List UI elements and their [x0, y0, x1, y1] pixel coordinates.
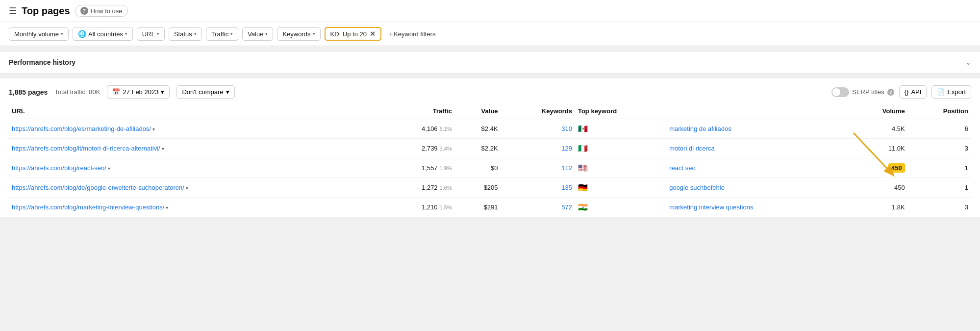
position-value: 6	[965, 125, 968, 132]
top-keyword-cell: marketing interview questions	[666, 198, 850, 217]
country-flag-icon: 🇺🇸	[578, 164, 588, 172]
traffic-pct: 1.5%	[440, 204, 452, 210]
traffic-value: 1,557	[422, 164, 438, 172]
monthly-volume-filter[interactable]: Monthly volume ▾	[9, 27, 69, 41]
globe-icon: 🌐	[78, 30, 86, 38]
traffic-value: 1,210	[422, 204, 438, 211]
flag-cell: 🇮🇹	[575, 139, 666, 158]
col-traffic: Traffic	[381, 103, 454, 119]
export-button[interactable]: 📄 Export	[931, 85, 971, 99]
keywords-count-link[interactable]: 135	[561, 184, 572, 191]
dropdown-arrow-icon: ▾	[230, 31, 233, 36]
row-dropdown-arrow-icon[interactable]: ▾	[108, 166, 110, 171]
volume-cell: 450	[850, 158, 907, 178]
table-row: https://ahrefs.com/blog/marketing-interv…	[9, 198, 971, 217]
url-filter[interactable]: URL ▾	[137, 27, 165, 41]
how-to-use-button[interactable]: ? How to use	[75, 5, 128, 17]
all-countries-label: All countries	[88, 30, 123, 38]
page-title: Top pages	[22, 5, 70, 17]
value-amount: $205	[484, 184, 498, 191]
all-countries-filter[interactable]: 🌐 All countries ▾	[73, 27, 133, 41]
date-label: 27 Feb 2023	[123, 88, 158, 96]
top-keyword-link[interactable]: marketing de afiliados	[669, 125, 731, 132]
keywords-count-link[interactable]: 310	[561, 125, 572, 132]
keywords-cell: 572	[501, 198, 575, 217]
flag-cell: 🇮🇳	[575, 198, 666, 217]
url-link[interactable]: https://ahrefs.com/blog/it/motori-di-ric…	[12, 145, 160, 152]
value-label: Value	[248, 30, 263, 38]
position-cell: 6	[908, 119, 971, 139]
monthly-volume-label: Monthly volume	[14, 30, 59, 38]
keywords-count-link[interactable]: 129	[561, 145, 572, 152]
volume-value: 11.0K	[888, 145, 905, 152]
keywords-cell: 310	[501, 119, 575, 139]
position-value: 3	[965, 204, 968, 211]
dropdown-arrow-icon: ▾	[265, 31, 268, 36]
right-controls: SERP titles ? {} API 📄 Export	[831, 85, 971, 99]
url-cell: https://ahrefs.com/blog/de/google-erweit…	[9, 178, 381, 198]
traffic-value: 2,739	[422, 145, 438, 152]
performance-history-section[interactable]: Performance history ⌄	[0, 51, 980, 74]
toggle-switch[interactable]	[831, 87, 849, 97]
col-volume: Volume	[850, 103, 907, 119]
position-cell: 3	[908, 198, 971, 217]
traffic-value: 1,272	[422, 184, 438, 191]
add-keyword-filters-button[interactable]: + Keyword filters	[385, 28, 438, 40]
value-cell: $2.2K	[455, 139, 501, 158]
url-link[interactable]: https://ahrefs.com/blog/es/marketing-de-…	[12, 125, 151, 132]
compare-label: Don't compare	[182, 88, 223, 96]
volume-cell: 450	[850, 178, 907, 198]
url-link[interactable]: https://ahrefs.com/blog/de/google-erweit…	[12, 184, 184, 191]
api-button[interactable]: {} API	[899, 85, 927, 99]
calendar-icon: 📅	[112, 88, 120, 96]
traffic-cell: 1,5571.9%	[381, 158, 454, 178]
filter-bar: Monthly volume ▾ 🌐 All countries ▾ URL ▾…	[0, 22, 980, 46]
top-keyword-link[interactable]: react seo	[669, 164, 695, 172]
row-dropdown-arrow-icon[interactable]: ▾	[166, 205, 168, 210]
col-top-keyword: Top keyword	[575, 103, 666, 119]
traffic-pct: 1.6%	[440, 185, 452, 191]
dropdown-arrow-icon: ▾	[61, 31, 63, 36]
serp-help-icon[interactable]: ?	[887, 89, 894, 96]
row-dropdown-arrow-icon[interactable]: ▾	[162, 146, 164, 152]
traffic-cell: 1,2101.5%	[381, 198, 454, 217]
col-url: URL	[9, 103, 381, 119]
top-keyword-cell: react seo	[666, 158, 850, 178]
export-label: Export	[947, 88, 966, 96]
url-link[interactable]: https://ahrefs.com/blog/react-seo/	[12, 164, 106, 172]
keywords-count-link[interactable]: 112	[561, 164, 572, 172]
value-filter[interactable]: Value ▾	[242, 27, 273, 41]
top-keyword-link[interactable]: marketing interview questions	[669, 204, 753, 211]
url-link[interactable]: https://ahrefs.com/blog/marketing-interv…	[12, 204, 164, 211]
remove-kd-filter-button[interactable]: ✕	[370, 30, 376, 38]
country-flag-icon: 🇲🇽	[578, 125, 588, 133]
country-flag-icon: 🇮🇹	[578, 144, 588, 153]
traffic-pct: 5.1%	[440, 126, 452, 132]
top-keyword-link[interactable]: google suchbefehle	[669, 184, 725, 191]
top-keyword-link[interactable]: motori di ricerca	[669, 145, 714, 152]
serp-titles-toggle[interactable]: SERP titles ?	[831, 87, 894, 97]
compare-button[interactable]: Don't compare ▾	[176, 85, 234, 99]
position-value: 3	[965, 145, 968, 152]
country-flag-icon: 🇮🇳	[578, 203, 588, 211]
url-cell: https://ahrefs.com/blog/it/motori-di-ric…	[9, 139, 381, 158]
highlighted-volume: 450	[888, 163, 905, 173]
traffic-label: Traffic	[211, 30, 228, 38]
menu-icon[interactable]: ☰	[9, 5, 17, 16]
row-dropdown-arrow-icon[interactable]: ▾	[186, 185, 188, 191]
traffic-filter[interactable]: Traffic ▾	[206, 27, 238, 41]
value-amount: $2.2K	[481, 145, 498, 152]
pages-count: 1,885 pages	[9, 88, 48, 96]
table-row: https://ahrefs.com/blog/it/motori-di-ric…	[9, 139, 971, 158]
status-filter[interactable]: Status ▾	[169, 27, 202, 41]
row-dropdown-arrow-icon[interactable]: ▾	[152, 127, 155, 132]
value-cell: $0	[455, 158, 501, 178]
table-row: https://ahrefs.com/blog/es/marketing-de-…	[9, 119, 971, 139]
value-amount: $2.4K	[481, 125, 498, 132]
keywords-filter[interactable]: Keywords ▾	[277, 27, 320, 41]
col-position: Position	[908, 103, 971, 119]
keywords-cell: 129	[501, 139, 575, 158]
kd-filter-active[interactable]: KD: Up to 20 ✕	[325, 27, 381, 41]
keywords-count-link[interactable]: 572	[561, 204, 572, 211]
date-filter-button[interactable]: 📅 27 Feb 2023 ▾	[107, 85, 170, 99]
